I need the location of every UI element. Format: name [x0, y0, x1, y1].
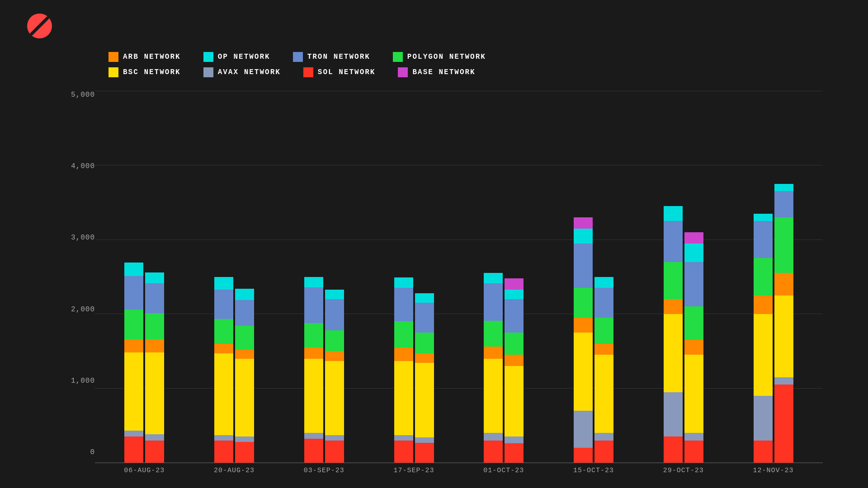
chart-plot: 06-AUG-2320-AUG-2303-SEP-2317-SEP-2301-O… — [95, 91, 823, 474]
segment-arb — [304, 347, 323, 359]
segment-polygon — [754, 258, 773, 295]
segment-arb — [214, 344, 233, 353]
segment-tron — [124, 276, 143, 310]
bar-group-3 — [394, 91, 434, 463]
segment-op — [594, 277, 613, 288]
y-label-3: 2,000 — [63, 305, 95, 314]
bar-5-0 — [574, 217, 593, 463]
segment-arb — [124, 339, 143, 353]
segment-avax — [664, 392, 683, 437]
segment-sol — [124, 436, 143, 463]
segment-tron — [415, 303, 434, 333]
segment-polygon — [394, 321, 413, 347]
bars-container — [95, 91, 823, 463]
segment-op — [394, 277, 413, 288]
legend-label-sol: SOL NETWORK — [318, 68, 376, 76]
segment-polygon — [325, 330, 344, 351]
bars-area — [95, 91, 823, 463]
segment-avax — [684, 433, 703, 440]
segment-base — [505, 278, 524, 290]
x-label-4: 01-OCT-23 — [481, 467, 526, 474]
segment-bsc — [505, 366, 524, 436]
bar-group-6 — [664, 91, 703, 463]
bar-3-0 — [394, 277, 413, 463]
x-label-3: 17-SEP-23 — [392, 467, 437, 474]
segment-bsc — [574, 333, 593, 411]
segment-avax — [415, 437, 434, 443]
segment-tron — [235, 300, 254, 326]
segment-tron — [505, 299, 524, 333]
segment-arb — [684, 340, 703, 355]
segment-base — [684, 232, 703, 244]
bar-group-1 — [214, 91, 254, 463]
bar-0-0 — [124, 263, 143, 463]
legend-item-avax: AVAX NETWORK — [203, 67, 281, 77]
segment-sol — [754, 441, 773, 463]
y-label-5: 0 — [63, 448, 95, 456]
legend-label-avax: AVAX NETWORK — [218, 68, 281, 76]
legend-color-sol — [303, 67, 313, 77]
segment-sol — [415, 443, 434, 463]
segment-avax — [754, 396, 773, 441]
segment-arb — [594, 344, 613, 355]
bar-group-0 — [124, 91, 164, 463]
legend-label-polygon: POLYGON NETWORK — [407, 53, 486, 61]
segment-bsc — [415, 363, 434, 437]
x-label-0: 06-AUG-23 — [122, 467, 167, 474]
segment-avax — [124, 431, 143, 436]
segment-arb — [754, 296, 773, 314]
segment-sol — [325, 441, 344, 463]
bar-7-0 — [754, 214, 773, 463]
segment-arb — [235, 350, 254, 359]
segment-avax — [394, 435, 413, 441]
legend-color-tron — [293, 52, 303, 62]
bar-group-7 — [754, 91, 793, 463]
segment-tron — [484, 283, 503, 320]
segment-op — [774, 184, 793, 191]
segment-op — [664, 206, 683, 221]
segment-arb — [394, 347, 413, 361]
segment-arb — [664, 299, 683, 314]
segment-op — [574, 229, 593, 244]
segment-polygon — [124, 310, 143, 339]
segment-avax — [774, 377, 793, 385]
legend-label-tron: TRON NETWORK — [307, 53, 370, 61]
segment-arb — [484, 347, 503, 358]
segment-op — [325, 290, 344, 299]
segment-tron — [574, 244, 593, 288]
y-label-0: 5,000 — [63, 91, 95, 99]
segment-op — [415, 293, 434, 303]
segment-bsc — [325, 361, 344, 436]
segment-bsc — [145, 352, 164, 434]
bar-1-0 — [214, 277, 233, 463]
segment-avax — [594, 433, 613, 440]
legend-color-op — [203, 52, 213, 62]
segment-tron — [304, 287, 323, 323]
segment-tron — [325, 299, 344, 330]
legend: ARB NETWORKOP NETWORKTRON NETWORKPOLYGON… — [27, 52, 841, 77]
legend-label-bsc: BSC NETWORK — [123, 68, 181, 76]
x-label-1: 20-AUG-23 — [212, 467, 257, 474]
segment-tron — [774, 191, 793, 217]
segment-op — [214, 277, 233, 290]
legend-color-base — [398, 67, 408, 77]
segment-polygon — [304, 323, 323, 347]
segment-arb — [325, 351, 344, 361]
y-label-2: 3,000 — [63, 234, 95, 242]
segment-avax — [214, 435, 233, 441]
bar-6-0 — [664, 206, 683, 463]
legend-item-op: OP NETWORK — [203, 52, 270, 62]
bar-4-1 — [505, 278, 524, 463]
segment-polygon — [505, 333, 524, 355]
segment-sol — [484, 441, 503, 463]
legend-row-2: BSC NETWORKAVAX NETWORKSOL NETWORKBASE N… — [108, 67, 841, 77]
legend-color-avax — [203, 67, 213, 77]
segment-avax — [505, 436, 524, 443]
segment-polygon — [774, 217, 793, 273]
x-axis: 06-AUG-2320-AUG-2303-SEP-2317-SEP-2301-O… — [95, 463, 823, 474]
segment-sol — [214, 441, 233, 463]
main-container: ARB NETWORKOP NETWORKTRON NETWORKPOLYGON… — [0, 0, 868, 488]
bar-2-0 — [304, 277, 323, 463]
legend-label-base: BASE NETWORK — [412, 68, 475, 76]
segment-bsc — [774, 296, 793, 377]
